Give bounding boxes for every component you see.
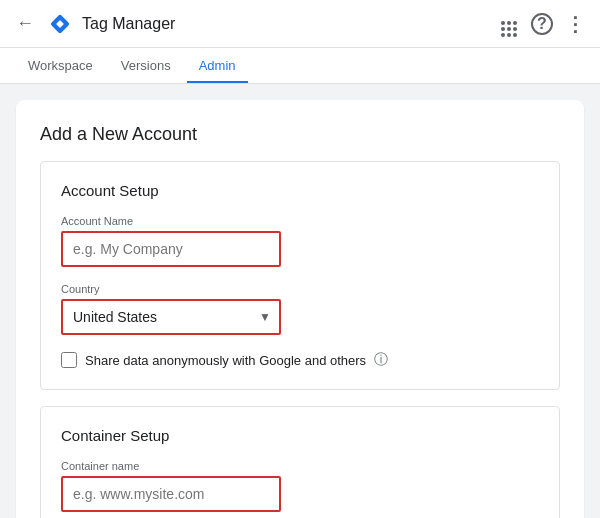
tab-versions[interactable]: Versions bbox=[109, 50, 183, 83]
add-account-card: Add a New Account Account Setup Account … bbox=[16, 100, 584, 518]
share-data-label: Share data anonymously with Google and o… bbox=[85, 353, 366, 368]
account-name-field: Account Name bbox=[61, 215, 539, 267]
back-button[interactable]: ← bbox=[12, 9, 38, 38]
header-actions: ? ⋮ bbox=[495, 5, 588, 43]
container-setup-section: Container Setup Container name Where to … bbox=[40, 406, 560, 518]
share-data-checkbox[interactable] bbox=[61, 352, 77, 368]
country-label: Country bbox=[61, 283, 539, 295]
app-logo bbox=[46, 10, 74, 38]
tab-workspace[interactable]: Workspace bbox=[16, 50, 105, 83]
account-name-input[interactable] bbox=[61, 231, 281, 267]
info-icon[interactable]: ⓘ bbox=[374, 351, 388, 369]
main-content: Add a New Account Account Setup Account … bbox=[0, 84, 600, 518]
country-select-wrapper: United States United Kingdom Canada ▼ bbox=[61, 299, 281, 335]
app-header: ← Tag Manager ? ⋮ bbox=[0, 0, 600, 48]
nav-tabs: Workspace Versions Admin bbox=[0, 48, 600, 84]
container-name-label: Container name bbox=[61, 460, 539, 472]
account-setup-section: Account Setup Account Name Country Unite… bbox=[40, 161, 560, 390]
add-account-title: Add a New Account bbox=[40, 124, 560, 145]
country-select[interactable]: United States United Kingdom Canada bbox=[61, 299, 281, 335]
app-title: Tag Manager bbox=[82, 15, 487, 33]
apps-icon[interactable] bbox=[495, 5, 523, 43]
container-setup-title: Container Setup bbox=[61, 427, 539, 444]
share-data-row: Share data anonymously with Google and o… bbox=[61, 351, 539, 369]
container-name-input[interactable] bbox=[61, 476, 281, 512]
account-setup-title: Account Setup bbox=[61, 182, 539, 199]
tab-admin[interactable]: Admin bbox=[187, 50, 248, 83]
container-name-field: Container name bbox=[61, 460, 539, 512]
help-icon[interactable]: ? bbox=[531, 13, 553, 35]
more-options-icon[interactable]: ⋮ bbox=[561, 8, 588, 40]
country-field: Country United States United Kingdom Can… bbox=[61, 283, 539, 335]
account-name-label: Account Name bbox=[61, 215, 539, 227]
